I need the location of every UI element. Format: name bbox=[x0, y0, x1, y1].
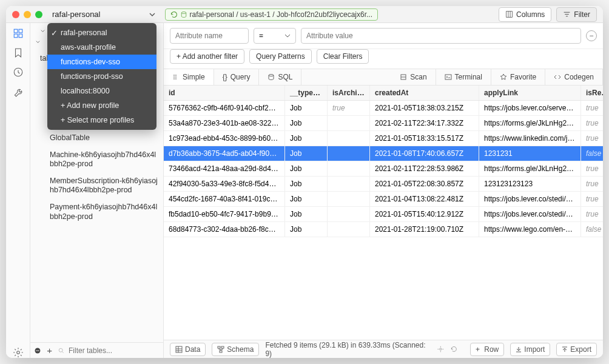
gear-icon[interactable] bbox=[437, 345, 445, 353]
column-header[interactable]: isArchived bbox=[328, 86, 370, 100]
table-row[interactable]: d7b36abb-3675-4ad5-ab04-f9027aeJob2021-0… bbox=[164, 146, 603, 161]
table-cell: fb5dad10-eb50-4fc7-9417-b9b9ceb bbox=[164, 207, 285, 221]
profile-dropdown-item[interactable]: + Add new profile bbox=[47, 98, 156, 113]
add-row-button[interactable]: + Row bbox=[470, 343, 504, 356]
columns-label: Columns bbox=[516, 10, 545, 19]
svg-point-10 bbox=[37, 350, 38, 351]
profile-dropdown-item[interactable]: localhost:8000 bbox=[47, 84, 156, 98]
tab-label: Codegen bbox=[564, 73, 594, 81]
column-header[interactable]: __typename bbox=[285, 86, 328, 100]
breadcrumb-text: rafal-personal / us-east-1 / Job-hfcof2n… bbox=[190, 10, 373, 19]
table-row[interactable]: 68d84773-c302-4daa-bb26-f8c734dJob2021-0… bbox=[164, 222, 603, 237]
profile-dropdown-item[interactable]: + Select more profiles bbox=[47, 113, 156, 127]
svg-point-11 bbox=[38, 350, 39, 351]
table-cell: true bbox=[581, 177, 603, 191]
svg-point-16 bbox=[175, 75, 177, 76]
query-patterns-button[interactable]: Query Patterns bbox=[249, 49, 312, 64]
tab-label: Simple bbox=[183, 73, 205, 81]
sidebar-table[interactable]: Payment-k6h6yiasojhb7hd46x4lbbh2pe-prod bbox=[30, 199, 163, 225]
history-icon[interactable] bbox=[13, 67, 24, 78]
profile-dropdown-item[interactable]: rafal-personal bbox=[47, 25, 156, 40]
table-cell: https://jobs.lever.co/stedi/4e5db18a- bbox=[479, 192, 581, 206]
table-row[interactable]: 73466acd-421a-48aa-a29d-8d4db8Job2021-02… bbox=[164, 161, 603, 177]
tab-query[interactable]: {}Query bbox=[214, 69, 260, 85]
table-cell: Job bbox=[285, 207, 328, 221]
download-icon bbox=[516, 346, 522, 352]
chevron-down-icon bbox=[35, 39, 41, 45]
data-tab[interactable]: Data bbox=[170, 343, 206, 356]
add-table-button[interactable]: + bbox=[45, 345, 54, 356]
database-icon bbox=[180, 11, 187, 18]
svg-point-14 bbox=[173, 76, 175, 78]
grid-icon[interactable] bbox=[13, 28, 24, 39]
chat-icon[interactable] bbox=[34, 346, 41, 355]
svg-rect-3 bbox=[19, 29, 22, 33]
tab-simple[interactable]: Simple bbox=[164, 69, 214, 85]
tab-scan[interactable]: Scan bbox=[391, 69, 436, 85]
table-row[interactable]: 57676362-c9fb-46f0-9140-cbf21958Jobtrue2… bbox=[164, 101, 603, 116]
tab-favorite[interactable]: Favorite bbox=[491, 69, 545, 85]
filter-tables-input[interactable] bbox=[69, 346, 160, 355]
import-button[interactable]: Import bbox=[510, 343, 550, 356]
profile-dropdown-item[interactable]: functions-dev-sso bbox=[47, 55, 156, 69]
table-row[interactable]: 53a4a870-23e3-401b-ae08-322f62fJob2021-0… bbox=[164, 116, 603, 131]
tab-codegen[interactable]: Codegen bbox=[545, 69, 603, 85]
table-row[interactable]: 42f94030-5a33-49e3-8fc8-f5d400dcJob2021-… bbox=[164, 177, 603, 192]
column-header[interactable]: applyLink bbox=[479, 86, 581, 100]
table-cell: 73466acd-421a-48aa-a29d-8d4db8 bbox=[164, 161, 285, 176]
remove-filter-button[interactable]: − bbox=[586, 30, 597, 41]
table-cell: 1c973ead-ebb4-453c-8899-b60cbc7 bbox=[164, 131, 285, 146]
table-cell bbox=[328, 222, 370, 237]
profile-dropdown-item[interactable]: aws-vault-profile bbox=[47, 40, 156, 55]
column-header[interactable]: createdAt bbox=[370, 86, 479, 100]
table-row[interactable]: 1c973ead-ebb4-453c-8899-b60cbc7Job2021-0… bbox=[164, 131, 603, 146]
table-cell: 68d84773-c302-4daa-bb26-f8c734d bbox=[164, 222, 285, 237]
schema-tab[interactable]: Schema bbox=[212, 343, 259, 356]
profile-selector[interactable]: rafal-personal bbox=[52, 10, 155, 19]
table-row[interactable]: 454cd2fc-1687-40a3-8f41-019c0d3cJob2021-… bbox=[164, 192, 603, 207]
attribute-name-input[interactable] bbox=[170, 28, 249, 44]
tab-terminal[interactable]: Terminal bbox=[436, 69, 491, 85]
sidebar-table[interactable]: MemberSubscription-k6h6yiasojhb7hd46x4lb… bbox=[30, 173, 163, 199]
table-cell: 2021-01-28T21:19:00.710Z bbox=[370, 222, 479, 237]
column-header[interactable]: isRemote bbox=[581, 86, 603, 100]
columns-button[interactable]: Columns bbox=[499, 7, 551, 22]
profile-dropdown-item[interactable]: functions-prod-sso bbox=[47, 69, 156, 84]
filter-icon bbox=[563, 10, 571, 18]
tab-sql[interactable]: SQL bbox=[259, 69, 301, 85]
table-cell: Job bbox=[285, 146, 328, 161]
svg-point-15 bbox=[173, 78, 175, 79]
table-cell: Job bbox=[285, 131, 328, 146]
add-filter-button[interactable]: + Add another filter bbox=[170, 49, 244, 64]
sidebar-table[interactable]: GlobalTable bbox=[30, 130, 163, 147]
svg-point-17 bbox=[175, 76, 177, 78]
window-minimize[interactable] bbox=[24, 11, 31, 18]
table-cell: true bbox=[581, 192, 603, 206]
table-cell: 454cd2fc-1687-40a3-8f41-019c0d3c bbox=[164, 192, 285, 206]
filter-button[interactable]: Filter bbox=[556, 7, 597, 22]
data-table: id __typename isArchived createdAt apply… bbox=[164, 86, 603, 340]
bookmark-icon[interactable] bbox=[13, 47, 24, 58]
tool-icon[interactable] bbox=[13, 86, 24, 97]
export-button[interactable]: Export bbox=[556, 343, 597, 356]
table-cell: Job bbox=[285, 177, 328, 191]
attribute-value-input[interactable] bbox=[301, 28, 581, 44]
refresh-icon[interactable] bbox=[450, 345, 458, 353]
status-label: Schema bbox=[227, 345, 254, 354]
gear-icon[interactable] bbox=[13, 347, 24, 358]
clear-filters-button[interactable]: Clear Filters bbox=[317, 49, 369, 64]
svg-rect-23 bbox=[218, 346, 220, 348]
table-cell: 53a4a870-23e3-401b-ae08-322f62f bbox=[164, 116, 285, 130]
table-cell bbox=[328, 131, 370, 146]
table-cell: 2021-01-05T18:38:03.215Z bbox=[370, 101, 479, 115]
sidebar-table[interactable]: Machine-k6h6yiasojhb7hd46x4lbbh2pe-prod bbox=[30, 147, 163, 173]
table-cell bbox=[328, 207, 370, 221]
window-maximize[interactable] bbox=[35, 11, 42, 18]
breadcrumb[interactable]: rafal-personal / us-east-1 / Job-hfcof2n… bbox=[165, 8, 379, 21]
column-header[interactable]: id bbox=[164, 86, 285, 100]
table-cell bbox=[328, 116, 370, 130]
window-close[interactable] bbox=[12, 11, 19, 18]
operator-select[interactable]: = bbox=[254, 28, 296, 44]
table-row[interactable]: fb5dad10-eb50-4fc7-9417-b9b9cebJob2021-0… bbox=[164, 207, 603, 222]
table-cell: Job bbox=[285, 192, 328, 206]
